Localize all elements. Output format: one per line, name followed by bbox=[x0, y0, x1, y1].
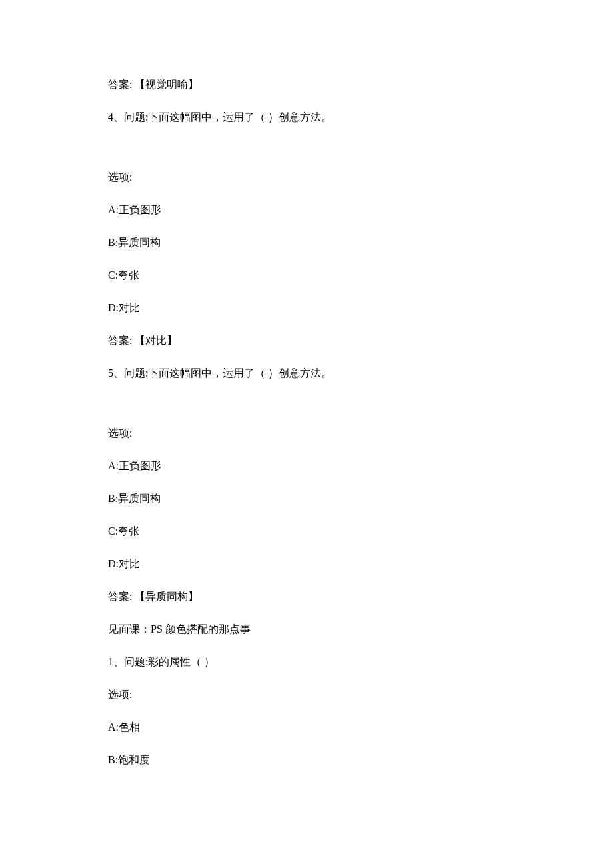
document-content: 答案: 【视觉明喻】 4、问题:下面这幅图中，运用了（ ）创意方法。 选项: A… bbox=[108, 77, 505, 768]
options-label: 选项: bbox=[108, 425, 505, 441]
course-title: 见面课：PS 颜色搭配的那点事 bbox=[108, 621, 505, 637]
option-d: D:对比 bbox=[108, 556, 505, 572]
answer-line: 答案: 【视觉明喻】 bbox=[108, 77, 505, 93]
option-c: C:夸张 bbox=[108, 523, 505, 539]
option-b: B:异质同构 bbox=[108, 491, 505, 507]
options-label: 选项: bbox=[108, 687, 505, 703]
question-line: 4、问题:下面这幅图中，运用了（ ）创意方法。 bbox=[108, 109, 505, 125]
answer-line: 答案: 【对比】 bbox=[108, 333, 505, 349]
option-d: D:对比 bbox=[108, 300, 505, 316]
question-line: 1、问题:彩的属性（ ） bbox=[108, 654, 505, 670]
option-a: A:色相 bbox=[108, 719, 505, 735]
options-label: 选项: bbox=[108, 169, 505, 185]
option-b: B:饱和度 bbox=[108, 752, 505, 768]
question-line: 5、问题:下面这幅图中，运用了（ ）创意方法。 bbox=[108, 365, 505, 381]
option-b: B:异质同构 bbox=[108, 235, 505, 251]
answer-line: 答案: 【异质同构】 bbox=[108, 589, 505, 605]
option-c: C:夸张 bbox=[108, 267, 505, 283]
option-a: A:正负图形 bbox=[108, 458, 505, 474]
option-a: A:正负图形 bbox=[108, 202, 505, 218]
